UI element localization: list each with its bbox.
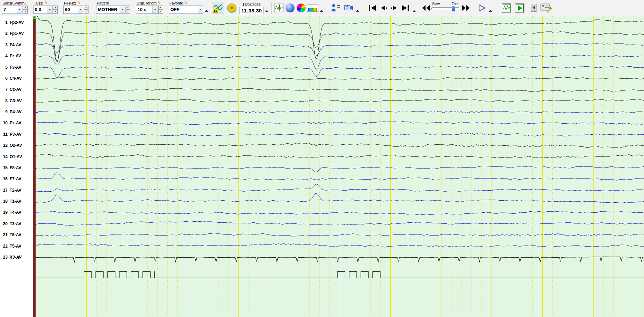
time-text: 11:38:30: [239, 7, 264, 14]
channel-label-row[interactable]: 1 Fp2-AV: [0, 19, 33, 26]
sens-combobox[interactable]: 7: [2, 6, 22, 14]
fast-forward-button[interactable]: [460, 2, 472, 14]
speed-slider-track[interactable]: [431, 7, 459, 10]
disp-length-label: Disp. length: [137, 1, 157, 5]
notch-filter-button[interactable]: 50: [212, 2, 224, 13]
channel-name: F3-AV: [10, 65, 21, 70]
video-camera-icon: [344, 3, 354, 12]
channel-name: P3-AV: [10, 132, 21, 137]
channel-label-row[interactable]: 14 O1-AV: [0, 154, 33, 160]
sens-dropdown-icon[interactable]: [17, 6, 22, 13]
datetime-more-options-button[interactable]: [265, 9, 269, 13]
channel-label-row[interactable]: 17 T2-AV: [0, 187, 33, 193]
channel-label-row[interactable]: 16 F7-AV: [0, 176, 33, 182]
channel-number: 23: [0, 255, 8, 260]
auto-play-button[interactable]: [514, 2, 525, 14]
hf-label: HF(Hz): [64, 1, 76, 5]
channel-number: 2: [0, 31, 8, 36]
wave-review-button[interactable]: [501, 2, 512, 14]
favorite-combobox[interactable]: OFF: [169, 6, 203, 14]
disp-length-dropdown-icon[interactable]: [152, 6, 158, 13]
favorite-dropdown-icon[interactable]: [198, 6, 203, 13]
page-back-button[interactable]: [531, 3, 536, 12]
map-more-options-button[interactable]: [319, 9, 324, 13]
date-text: 18/03/2026: [242, 2, 261, 7]
channel-number: 12: [0, 143, 8, 148]
channel-label-row[interactable]: 7 Cz-AV: [0, 86, 33, 93]
sens-spin-down-button[interactable]: ▼: [23, 10, 28, 14]
speed-slider-thumb[interactable]: [452, 6, 455, 11]
skip-end-icon: [401, 4, 410, 11]
tc-dropdown-icon[interactable]: [47, 6, 52, 13]
channel-label-row[interactable]: 10 Pz-AV: [0, 120, 33, 126]
pattern-spin-up-button[interactable]: ▲: [125, 6, 130, 10]
channel-label-row[interactable]: 22 T5-AV: [0, 243, 33, 249]
channel-label-row[interactable]: 9 P4-AV: [0, 109, 33, 115]
tc-spin-up-button[interactable]: ▲: [53, 6, 58, 10]
sens-spinner: ▲ ▼: [23, 6, 28, 14]
step-forward-button[interactable]: [389, 2, 400, 14]
pattern-label: Pattern: [97, 1, 109, 5]
review-cursor-button[interactable]: [273, 2, 284, 14]
rewind-button[interactable]: [420, 2, 431, 14]
video-button[interactable]: [343, 2, 354, 14]
skip-start-button[interactable]: [367, 2, 378, 14]
channel-label-row[interactable]: 23 X3-AV: [0, 254, 33, 260]
channel-number: 7: [0, 87, 8, 92]
pattern-dropdown-icon[interactable]: [120, 6, 125, 13]
disp-length-edit-pencil-icon[interactable]: ✎: [158, 1, 161, 5]
pattern-combobox[interactable]: MOTHER: [96, 6, 125, 14]
map-3d-blue-button[interactable]: [284, 2, 296, 14]
video-more-options-button[interactable]: [355, 9, 360, 13]
sens-spin-up-button[interactable]: ▲: [23, 6, 28, 10]
channel-label-row[interactable]: 11 P3-AV: [0, 131, 33, 137]
favorite-edit-pencil-icon[interactable]: ✎: [184, 1, 187, 5]
hf-spin-up-button[interactable]: ▲: [84, 6, 88, 10]
pattern-spin-down-button[interactable]: ▼: [125, 10, 130, 14]
channel-label-row[interactable]: 18 T1-AV: [0, 198, 33, 204]
channel-label-row[interactable]: 12 O2-AV: [0, 142, 33, 148]
step-back-button[interactable]: [378, 2, 389, 14]
favorite-more-options-button[interactable]: [204, 9, 208, 13]
channel-label-row[interactable]: 4 Fz-AV: [0, 53, 33, 59]
speed-slider[interactable]: Slow Fast: [431, 2, 459, 10]
play-more-options-button[interactable]: [488, 9, 493, 13]
channel-label-row[interactable]: 3 F4-AV: [0, 42, 33, 48]
eeg-waveform-canvas[interactable]: [36, 16, 644, 317]
channel-label-row[interactable]: 5 F3-AV: [0, 64, 33, 70]
hf-spin-down-button[interactable]: ▼: [84, 10, 88, 14]
patient-info-button[interactable]: [330, 2, 341, 14]
montage-settings-icon: [540, 3, 552, 13]
disp-length-spin-down-button[interactable]: ▼: [158, 10, 163, 14]
channel-label-row[interactable]: 15 F8-AV: [0, 165, 33, 171]
play-button[interactable]: [476, 2, 487, 14]
map-3d-rainbow-button[interactable]: [296, 2, 307, 14]
channel-label-row[interactable]: 21 T6-AV: [0, 232, 33, 238]
channel-label-row[interactable]: 6 C4-AV: [0, 75, 33, 81]
slider-slow-label: Slow: [432, 2, 440, 6]
disp-length-spin-up-button[interactable]: ▲: [158, 6, 163, 10]
tc-combobox[interactable]: 0.3: [33, 6, 53, 14]
topo-map-button[interactable]: [226, 2, 237, 14]
montage-settings-button[interactable]: [540, 2, 552, 14]
skip-end-button[interactable]: [400, 2, 411, 14]
transport-more-options-button[interactable]: [412, 9, 416, 13]
channel-label-row[interactable]: 2 Fp1-AV: [0, 30, 33, 37]
datetime-display: 18/03/2026 11:38:30: [239, 2, 264, 14]
tc-spin-down-button[interactable]: ▼: [53, 10, 58, 14]
rainbow-sphere-icon: [297, 3, 306, 12]
green-wave-icon: [502, 3, 511, 13]
hf-edit-pencil-icon[interactable]: ✎: [77, 1, 80, 5]
channel-label-row[interactable]: 19 T4-AV: [0, 209, 33, 215]
color-scale-button[interactable]: [307, 2, 318, 14]
channel-label-row[interactable]: 20 T3-AV: [0, 221, 33, 227]
tc-edit-pencil-icon[interactable]: ✎: [45, 1, 48, 5]
channel-label-row[interactable]: 8 C3-AV: [0, 98, 33, 104]
hf-combobox[interactable]: 60: [63, 6, 83, 14]
channel-number: 22: [0, 244, 8, 249]
hf-dropdown-icon[interactable]: [78, 6, 83, 13]
channel-name: Fp2-AV: [10, 20, 24, 25]
disp-length-combobox[interactable]: 10 s: [136, 6, 158, 14]
color-scale-icon: [307, 4, 318, 12]
channel-number: 10: [0, 121, 8, 125]
